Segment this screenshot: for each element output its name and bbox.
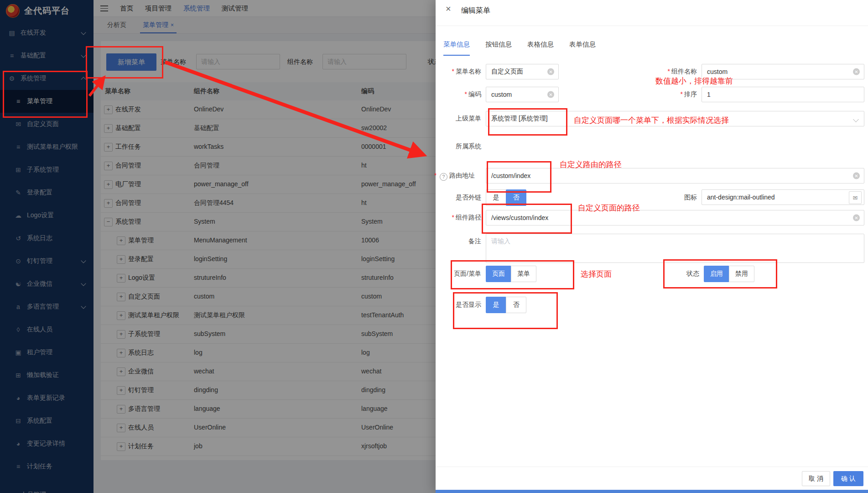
drawer-mask[interactable] bbox=[0, 0, 436, 493]
cancel-button[interactable]: 取 消 bbox=[802, 471, 830, 486]
icon-label: 图标 bbox=[636, 194, 697, 202]
component-name-field[interactable]: custom ✕ bbox=[702, 64, 864, 79]
menu-name-value: 自定义页面 bbox=[491, 68, 523, 76]
chevron-down-icon bbox=[853, 116, 859, 122]
sort-label: *排序 bbox=[636, 90, 697, 99]
bottom-strip bbox=[436, 490, 868, 493]
external-link-label: 是否外链 bbox=[436, 194, 481, 202]
toggle-option-页面[interactable]: 页面 bbox=[486, 266, 511, 282]
sort-field[interactable]: 1 bbox=[702, 87, 864, 102]
route-value: /custom/index bbox=[491, 172, 530, 179]
clear-icon[interactable]: ✕ bbox=[853, 215, 860, 221]
required-mark: * bbox=[668, 68, 670, 75]
toggle-option-启用[interactable]: 启用 bbox=[704, 266, 729, 282]
divider bbox=[436, 467, 868, 467]
page-menu-label: 页面/菜单 bbox=[436, 270, 481, 278]
sort-value: 1 bbox=[707, 91, 711, 98]
toggle-option-否[interactable]: 否 bbox=[506, 189, 526, 206]
toggle-option-禁用[interactable]: 禁用 bbox=[729, 266, 754, 282]
visible-label: 是否显示 bbox=[436, 301, 481, 309]
toggle-option-是[interactable]: 是 bbox=[486, 189, 506, 206]
code-label: *编码 bbox=[436, 90, 481, 99]
route-label: * ?路由地址 bbox=[429, 172, 475, 181]
parent-menu-select[interactable]: 系统管理 [系统管理] bbox=[486, 111, 864, 126]
clear-icon[interactable]: ✕ bbox=[853, 68, 860, 75]
required-mark: * bbox=[452, 68, 454, 75]
component-name-label: *组件名称 bbox=[636, 68, 697, 76]
code-value: custom bbox=[491, 91, 512, 98]
app-root: 全代码平台 ▤在线开发≡基础配置⚙系统管理≡菜单管理✉自定义页面≡测试菜单租户权… bbox=[0, 0, 868, 493]
required-mark: * bbox=[452, 214, 454, 221]
mail-icon[interactable]: ✉ bbox=[849, 191, 862, 204]
required-mark: * bbox=[465, 90, 467, 98]
drawer-tab-按钮信息[interactable]: 按钮信息 bbox=[485, 40, 512, 56]
route-field[interactable]: /custom/index ✕ bbox=[486, 168, 864, 184]
required-mark: * bbox=[681, 90, 683, 98]
clear-icon[interactable]: ✕ bbox=[853, 173, 860, 179]
component-path-field[interactable]: /views/custom/index ✕ bbox=[486, 210, 864, 226]
system-label: 所属系统 bbox=[436, 142, 481, 151]
drawer-tab-菜单信息[interactable]: 菜单信息 bbox=[443, 40, 470, 56]
status-label: 状态 bbox=[654, 270, 699, 278]
code-field[interactable]: custom ✕ bbox=[486, 87, 559, 102]
drawer-title: 编辑菜单 bbox=[461, 6, 490, 16]
component-path-label: *组件路径 bbox=[436, 214, 481, 222]
toggle-option-否[interactable]: 否 bbox=[506, 297, 526, 313]
toggle-option-菜单[interactable]: 菜单 bbox=[511, 266, 536, 282]
parent-menu-value: 系统管理 [系统管理] bbox=[491, 115, 548, 123]
confirm-button[interactable]: 确 认 bbox=[833, 471, 863, 486]
page-menu-toggle: 页面菜单 bbox=[486, 266, 536, 282]
clear-icon[interactable]: ✕ bbox=[547, 91, 554, 98]
drawer-tab-表格信息[interactable]: 表格信息 bbox=[527, 40, 554, 56]
toggle-option-是[interactable]: 是 bbox=[486, 297, 506, 313]
menu-name-label: *菜单名称 bbox=[436, 68, 481, 76]
close-icon[interactable]: × bbox=[446, 4, 451, 14]
icon-value: ant-design:mail-outlined bbox=[707, 194, 775, 201]
drawer-tab-表单信息[interactable]: 表单信息 bbox=[569, 40, 596, 56]
remark-textarea[interactable] bbox=[486, 234, 864, 263]
menu-name-field[interactable]: 自定义页面 ✕ bbox=[486, 64, 559, 79]
external-link-toggle: 是否 bbox=[486, 189, 526, 206]
edit-menu-drawer: × 编辑菜单 菜单信息按钮信息表格信息表单信息 *菜单名称 自定义页面 ✕ *组… bbox=[436, 0, 868, 493]
component-name-value: custom bbox=[707, 68, 728, 75]
visible-toggle: 是否 bbox=[486, 297, 526, 313]
drawer-tabs: 菜单信息按钮信息表格信息表单信息 bbox=[443, 40, 596, 56]
component-path-value: /views/custom/index bbox=[491, 214, 548, 221]
icon-field[interactable]: ant-design:mail-outlined ✉ bbox=[702, 189, 864, 205]
remark-label: 备注 bbox=[436, 237, 481, 246]
parent-menu-label: 上级菜单 bbox=[436, 115, 481, 123]
status-toggle: 启用禁用 bbox=[704, 266, 754, 282]
clear-icon[interactable]: ✕ bbox=[547, 68, 554, 75]
required-mark: * bbox=[434, 172, 437, 179]
help-icon[interactable]: ? bbox=[440, 173, 447, 181]
divider bbox=[436, 26, 868, 26]
